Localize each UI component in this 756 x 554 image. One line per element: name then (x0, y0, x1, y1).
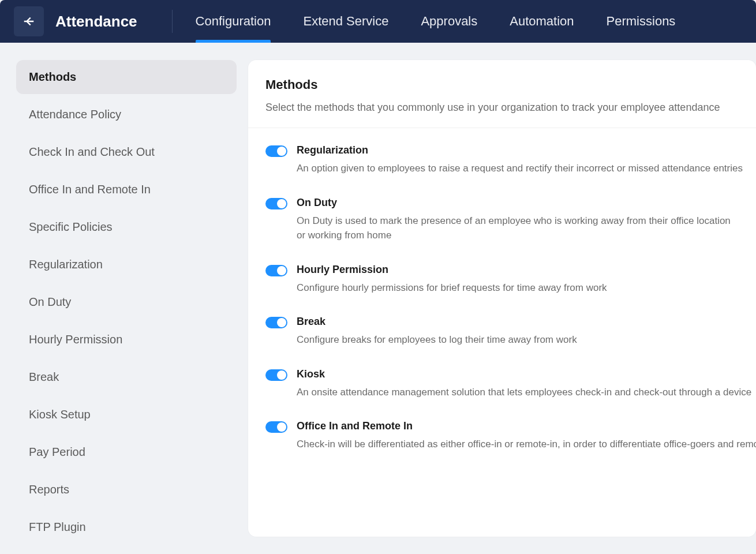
method-title: On Duty (297, 197, 739, 209)
tab-permissions[interactable]: Permissions (607, 0, 676, 43)
method-desc: On Duty is used to mark the presence of … (297, 214, 739, 243)
method-info: Regularization An option given to employ… (297, 144, 743, 176)
body: Methods Attendance Policy Check In and C… (0, 43, 756, 554)
toggle-on-duty[interactable] (265, 198, 287, 209)
method-title: Break (297, 316, 739, 328)
app-header: Attendance Configuration Extend Service … (0, 0, 756, 43)
toggle-office-remote-in[interactable] (265, 421, 287, 433)
back-button[interactable] (14, 6, 44, 36)
toggle-hourly-permission[interactable] (265, 265, 287, 276)
methods-list: Regularization An option given to employ… (248, 128, 756, 468)
method-desc: An option given to employees to raise a … (297, 161, 743, 176)
method-row-break: Break Configure breaks for employees to … (248, 305, 756, 358)
sidebar-item-office-remote-in[interactable]: Office In and Remote In (16, 173, 237, 207)
method-title: Regularization (297, 144, 743, 156)
content-subtitle: Select the methods that you commonly use… (265, 100, 739, 115)
sidebar-item-on-duty[interactable]: On Duty (16, 285, 237, 319)
method-info: Break Configure breaks for employees to … (297, 316, 739, 347)
sidebar-item-ftp-plugin[interactable]: FTP Plugin (16, 510, 237, 544)
method-title: Hourly Permission (297, 264, 739, 276)
tab-approvals[interactable]: Approvals (421, 0, 477, 43)
method-desc: Configure breaks for employees to log th… (297, 332, 739, 347)
sidebar-item-break[interactable]: Break (16, 360, 237, 394)
method-info: Office In and Remote In Check-in will be… (297, 420, 756, 452)
method-info: Kiosk An onsite attendance management so… (297, 368, 751, 400)
sidebar-item-check-in-out[interactable]: Check In and Check Out (16, 135, 237, 169)
sidebar-item-hourly-permission[interactable]: Hourly Permission (16, 323, 237, 357)
toggle-break[interactable] (265, 317, 287, 328)
sidebar-item-kiosk-setup[interactable]: Kiosk Setup (16, 398, 237, 432)
sidebar-item-reports[interactable]: Reports (16, 473, 237, 507)
toggle-regularization[interactable] (265, 145, 287, 157)
toggle-kiosk[interactable] (265, 369, 287, 381)
sidebar-item-pay-period[interactable]: Pay Period (16, 435, 237, 469)
tab-configuration[interactable]: Configuration (196, 0, 271, 43)
method-title: Office In and Remote In (297, 420, 756, 432)
method-row-office-remote-in: Office In and Remote In Check-in will be… (248, 410, 756, 462)
method-row-kiosk: Kiosk An onsite attendance management so… (248, 358, 756, 410)
method-info: Hourly Permission Configure hourly permi… (297, 264, 739, 295)
method-desc: Configure hourly permissions for brief r… (297, 280, 739, 295)
sidebar-item-methods[interactable]: Methods (16, 60, 237, 94)
content-header: Methods Select the methods that you comm… (248, 60, 756, 128)
sidebar-item-regularization[interactable]: Regularization (16, 248, 237, 282)
method-row-on-duty: On Duty On Duty is used to mark the pres… (248, 186, 756, 253)
method-desc: An onsite attendance management solution… (297, 385, 751, 400)
tab-extend-service[interactable]: Extend Service (303, 0, 388, 43)
method-row-hourly-permission: Hourly Permission Configure hourly permi… (248, 253, 756, 306)
sidebar: Methods Attendance Policy Check In and C… (0, 43, 248, 554)
header-separator (172, 10, 173, 33)
method-desc: Check-in will be differentiated as eithe… (297, 437, 756, 452)
content-title: Methods (265, 77, 739, 92)
method-title: Kiosk (297, 368, 751, 380)
page-title: Attendance (55, 13, 137, 31)
method-row-regularization: Regularization An option given to employ… (248, 134, 756, 186)
sidebar-item-specific-policies[interactable]: Specific Policies (16, 210, 237, 244)
arrow-left-icon (23, 15, 35, 28)
tab-automation[interactable]: Automation (510, 0, 574, 43)
header-tabs: Configuration Extend Service Approvals A… (196, 0, 676, 43)
sidebar-item-attendance-policy[interactable]: Attendance Policy (16, 98, 237, 132)
content-card: Methods Select the methods that you comm… (248, 60, 756, 537)
method-info: On Duty On Duty is used to mark the pres… (297, 197, 739, 243)
